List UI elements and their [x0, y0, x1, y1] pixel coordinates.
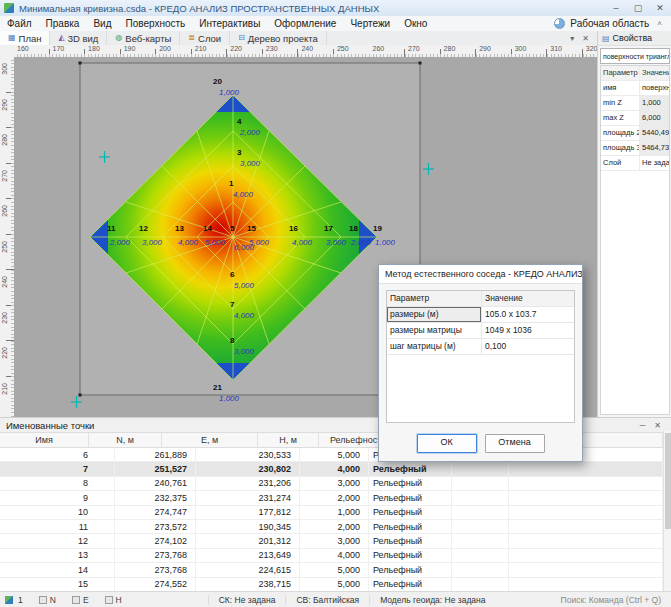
menu-item[interactable]: Окно [397, 18, 434, 29]
minimize-button[interactable]: – [605, 0, 627, 16]
menu-item[interactable]: Файл [0, 18, 39, 29]
table-row[interactable]: 14273,768224,6155,000Рельефный [0, 563, 663, 577]
table-row[interactable]: 11273,572190,3452,000Рельефный [0, 520, 663, 534]
tab-Дерево проекта[interactable]: ⊟Дерево проекта [230, 31, 327, 45]
ruler-label: 250 [337, 45, 349, 52]
property-row[interactable]: имяповерхность [601, 81, 669, 96]
height-system-status[interactable]: СВ: Балтийская [285, 595, 369, 605]
ruler-label: 320 [586, 45, 597, 52]
property-name: имя [601, 81, 640, 95]
ruler-label: 190 [124, 45, 136, 52]
cell-relief: Рельефный [369, 534, 452, 547]
points-scrollbar[interactable] [663, 431, 671, 592]
ruler-label: 310 [550, 45, 562, 52]
ruler-label: 240 [301, 45, 313, 52]
panel-collapse-icon[interactable]: ─ [640, 421, 646, 430]
selector-value: поверхности триангл. (1) [603, 53, 670, 60]
column-header[interactable]: Имя [0, 433, 89, 447]
column-header[interactable]: N, м [89, 433, 162, 447]
dialog-param: размеры (м) [387, 307, 482, 322]
ruler-label: 250 [1, 241, 8, 253]
cell-h: 2,000 [300, 491, 369, 504]
menu-item[interactable]: Вид [86, 18, 118, 29]
tab-План[interactable]: ▦План [0, 31, 50, 45]
table-row[interactable]: 15274,552238,7155,000Рельефный [0, 578, 663, 592]
coord-e-toggle[interactable]: E [72, 595, 89, 605]
column-header[interactable]: H, м [258, 433, 319, 447]
cell-h: 2,000 [300, 520, 369, 533]
cell-code [452, 506, 509, 519]
tab-label: Веб-карты [125, 33, 171, 44]
dialog-row[interactable]: размеры матрицы1049 x 1036 [387, 323, 574, 339]
menu-item[interactable]: Оформление [267, 18, 343, 29]
coord-n-toggle[interactable]: N [39, 595, 56, 605]
workspace-label[interactable]: Рабочая область [570, 18, 649, 29]
ruler-label: 290 [1, 99, 8, 111]
menu-item[interactable]: Поверхность [118, 18, 192, 29]
project-tree-icon: ⊟ [238, 34, 245, 42]
close-button[interactable]: ✕ [649, 0, 671, 16]
tab-close-icon[interactable]: ✕ [582, 34, 589, 43]
property-row[interactable]: площадь 2D5440,495 [601, 126, 669, 141]
menu-item[interactable]: Правка [39, 18, 87, 29]
table-row[interactable]: 10274,747177,8121,000Рельефный [0, 506, 663, 520]
table-row[interactable]: 8240,761231,2063,000Рельефный [0, 477, 663, 491]
cell-e: 231,206 [196, 477, 300, 490]
cell-relief: Рельефный [369, 491, 452, 504]
cell-n: 274,552 [115, 578, 196, 591]
menu-item[interactable]: Интерактивы [192, 18, 267, 29]
ruler-label: 260 [373, 45, 385, 52]
maximize-button[interactable]: ▢ [627, 0, 649, 16]
property-row[interactable]: max Z6,000 [601, 111, 669, 126]
ok-button[interactable]: ОК [417, 434, 477, 453]
column-header[interactable]: E, м [162, 433, 258, 447]
property-row[interactable]: СлойНе задан [601, 156, 669, 171]
geoid-model-status[interactable]: Модель геоида: Не задана [369, 595, 495, 605]
table-row[interactable]: 7251,527230,8024,000Рельефный [0, 462, 663, 476]
scrollbar-thumb[interactable] [665, 433, 671, 529]
table-row[interactable]: 12274,102201,3123,000Рельефный [0, 534, 663, 548]
coord-h-toggle[interactable]: H [105, 595, 122, 605]
tab-Веб-карты[interactable]: ◍Веб-карты [107, 31, 180, 45]
menu-item[interactable]: Чертежи [343, 18, 397, 29]
property-name: max Z [601, 111, 640, 125]
vertical-ruler[interactable]: 300290280270260250240230220210 [0, 57, 15, 417]
object-selector-dropdown[interactable]: поверхности триангл. (1) ⌄ [600, 48, 670, 64]
cell-relief: Рельефный [369, 477, 452, 490]
cell-empty [509, 563, 663, 576]
panel-close-icon[interactable]: ✕ [654, 421, 661, 430]
coordinate-system-status[interactable]: СК: Не задана [208, 595, 286, 605]
property-value: 6,000 [640, 111, 669, 125]
tab-Слои[interactable]: ≣Слои [180, 31, 230, 45]
cell-h: 5,000 [300, 563, 369, 576]
tab-list-dropdown-icon[interactable]: ▾ [570, 34, 574, 43]
title-bar: Минимальная кривизна.csda - КРЕДО АНАЛИЗ… [0, 0, 671, 17]
command-search[interactable]: Поиск: Команда (Ctrl + Q) [561, 595, 661, 605]
page-indicator[interactable]: 1 [18, 595, 23, 605]
cell-n: 251,527 [115, 462, 196, 475]
cancel-button[interactable]: Отмена [485, 434, 545, 453]
cell-n: 240,761 [115, 477, 196, 490]
cell-e: 201,312 [196, 534, 300, 547]
property-row[interactable]: min Z1,000 [601, 96, 669, 111]
dialog-row[interactable]: размеры (м)105.0 x 103.7 [387, 307, 574, 323]
layer-icon[interactable] [5, 596, 13, 604]
dialog-value: 105.0 x 103.7 [482, 307, 574, 322]
collapse-ribbon-icon[interactable]: ˄ [654, 19, 665, 28]
cell-n: 232,375 [115, 491, 196, 504]
cell-empty [509, 578, 663, 591]
table-row[interactable]: 13273,768213,6494,000Рельефный [0, 549, 663, 563]
natural-neighbor-dialog: Метод естественного соседа - КРЕДО АНАЛИ… [378, 264, 583, 462]
tab-3D вид[interactable]: ◭3D вид [50, 31, 107, 45]
property-row[interactable]: площадь 3D5464,731 [601, 141, 669, 156]
cell-empty [509, 520, 663, 533]
layers-icon: ≣ [188, 34, 195, 42]
cell-h: 5,000 [300, 578, 369, 591]
view-tabs: ▦План◭3D вид◍Веб-карты≣Слои⊟Дерево проек… [0, 31, 597, 46]
property-value: поверхность [640, 81, 669, 95]
table-row[interactable]: 9232,375231,2742,000Рельефный [0, 491, 663, 505]
ruler-label: 270 [408, 45, 420, 52]
dialog-row[interactable]: шаг матрицы (м)0,100 [387, 339, 574, 355]
coord-n-icon [39, 596, 47, 604]
properties-table-header: ПараметрЗначение [601, 66, 669, 81]
